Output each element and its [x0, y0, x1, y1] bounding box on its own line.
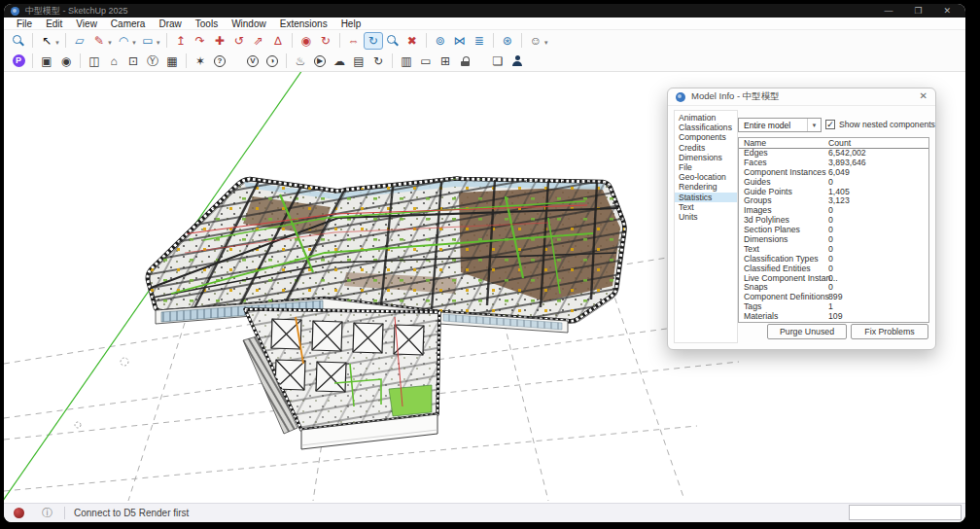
- toolbar-separator: [339, 33, 340, 48]
- position-camera-icon[interactable]: ◉: [297, 32, 316, 50]
- extension-gear-icon[interactable]: ⊛: [498, 32, 517, 50]
- component-cube-icon[interactable]: ▦: [162, 53, 182, 70]
- help-icon[interactable]: ?: [210, 53, 229, 70]
- render-refresh-icon[interactable]: ↻: [368, 53, 388, 70]
- toolbar-tools: ↖▼▱✎▼◠▼▭▼↥↷✚↺⇗∆◉↻⇔↻✖⊚⋈≣⊛☺▼: [4, 30, 965, 51]
- enscape-icon[interactable]: Ⓨ: [143, 53, 162, 70]
- toolbar-separator: [286, 53, 287, 68]
- dialog-close-icon[interactable]: ✕: [920, 90, 928, 101]
- menu-extensions[interactable]: Extensions: [273, 18, 334, 30]
- zoom-extents-icon[interactable]: ✖: [402, 32, 422, 50]
- vray-icon[interactable]: V: [243, 53, 262, 70]
- close-button[interactable]: ✕: [932, 4, 962, 18]
- toolbar-separator: [292, 33, 293, 48]
- table-row: Component Definitions899: [739, 293, 928, 302]
- minimize-button[interactable]: —: [873, 4, 903, 18]
- status-bar: ⓘ Connect to D5 Render first: [4, 503, 965, 522]
- panel-render-icon[interactable]: ⊞: [436, 53, 455, 70]
- lock-icon[interactable]: [455, 53, 474, 70]
- info-icon[interactable]: ⓘ: [42, 508, 52, 518]
- video-camera-icon[interactable]: ◫: [85, 53, 104, 70]
- follow-me-icon[interactable]: ↷: [191, 32, 210, 50]
- title-bar: 中型模型 - SketchUp 2025 — ❐ ✕: [4, 4, 965, 18]
- menu-camera[interactable]: Camera: [104, 18, 153, 30]
- zoom-icon[interactable]: [383, 32, 402, 50]
- nav-item-statistics[interactable]: Statistics: [675, 193, 737, 202]
- render-image-icon[interactable]: ▤: [349, 53, 368, 70]
- d5-render-icon[interactable]: P: [9, 53, 28, 70]
- palette-icon[interactable]: ◑: [262, 53, 282, 70]
- badge-icon[interactable]: ✶: [191, 53, 210, 70]
- toolbar-separator: [166, 33, 167, 48]
- camera-icon[interactable]: ⊡: [123, 53, 143, 70]
- geolocation-icon[interactable]: [14, 508, 24, 518]
- chevron-down-icon: ▼: [807, 119, 821, 131]
- sketchup-window: 中型模型 - SketchUp 2025 — ❐ ✕ FileEditViewC…: [4, 4, 965, 522]
- nav-item-credits[interactable]: Credits: [675, 143, 737, 153]
- nav-item-components[interactable]: Components: [675, 132, 737, 142]
- nav-item-file[interactable]: File: [675, 162, 737, 172]
- purge-unused-button[interactable]: Purge Unused: [767, 324, 847, 339]
- account-icon[interactable]: ☺: [526, 32, 545, 50]
- render-animation-icon[interactable]: ▶: [310, 53, 330, 70]
- menu-draw[interactable]: Draw: [152, 18, 188, 30]
- render-teapot-icon[interactable]: ♨: [291, 53, 310, 70]
- person-icon[interactable]: [508, 53, 527, 70]
- eraser-icon[interactable]: ▱: [70, 32, 89, 50]
- scale-icon[interactable]: ⇗: [249, 32, 268, 50]
- section-markers: [75, 358, 128, 428]
- orbit-icon[interactable]: ↻: [364, 32, 383, 50]
- nav-item-units[interactable]: Units: [675, 212, 737, 222]
- measurements-input[interactable]: [849, 505, 962, 520]
- window-render-icon[interactable]: ▭: [416, 53, 436, 70]
- layers-stack-icon[interactable]: ≣: [470, 32, 489, 50]
- nav-item-text[interactable]: Text: [675, 202, 737, 212]
- nav-item-dimensions[interactable]: Dimensions: [675, 153, 737, 162]
- rotate-icon[interactable]: ↺: [229, 32, 249, 50]
- rectangle-icon[interactable]: ▭: [138, 32, 158, 50]
- toolbar-separator: [186, 53, 187, 68]
- scope-dropdown-value: Entire model: [744, 121, 790, 130]
- dialog-title: Model Info - 中型模型: [691, 90, 780, 103]
- fix-problems-button[interactable]: Fix Problems: [851, 324, 928, 339]
- offset-icon[interactable]: ∆: [268, 32, 288, 50]
- nav-item-rendering[interactable]: Rendering: [675, 182, 737, 192]
- status-message: Connect to D5 Render first: [74, 508, 189, 518]
- toolbar-separator: [521, 33, 522, 48]
- component-options-icon[interactable]: ⊚: [431, 32, 450, 50]
- record-icon[interactable]: ◉: [56, 53, 76, 70]
- search-icon[interactable]: [9, 32, 28, 50]
- model-info-dialog: Model Info - 中型模型 ✕ AnimationClassificat…: [667, 88, 936, 350]
- show-nested-checkbox[interactable]: ✓: [825, 120, 835, 129]
- menu-window[interactable]: Window: [225, 18, 273, 30]
- toolbar-separator: [80, 53, 81, 68]
- monitor-render-icon[interactable]: ▥: [397, 53, 416, 70]
- dialog-title-bar[interactable]: Model Info - 中型模型 ✕: [668, 88, 935, 106]
- move-icon[interactable]: ✚: [210, 32, 229, 50]
- menu-tools[interactable]: Tools: [189, 18, 225, 30]
- menu-help[interactable]: Help: [334, 18, 368, 30]
- scope-dropdown[interactable]: Entire model ▼: [738, 118, 822, 132]
- look-around-icon[interactable]: ↻: [316, 32, 335, 50]
- new-file-icon[interactable]: ❏: [488, 53, 508, 70]
- maximize-button[interactable]: ❐: [903, 4, 932, 18]
- toolbar-extensions: P▣◉◫⌂⊡Ⓨ▦✶?V◑♨▶☁▤↻▥▭⊞❏: [4, 51, 965, 72]
- dome-icon[interactable]: ⌂: [104, 53, 123, 70]
- cube-tool-icon[interactable]: ▣: [37, 53, 56, 70]
- arc-icon[interactable]: ◠: [114, 32, 133, 50]
- render-cloud-icon[interactable]: ☁: [330, 53, 349, 70]
- menu-file[interactable]: File: [10, 18, 39, 30]
- menu-bar: FileEditViewCameraDrawToolsWindowExtensi…: [4, 18, 965, 30]
- nav-item-geo-location[interactable]: Geo-location: [675, 172, 737, 182]
- menu-edit[interactable]: Edit: [39, 18, 69, 30]
- pencil-icon[interactable]: ✎: [89, 32, 109, 50]
- show-nested-label: Show nested components: [839, 120, 935, 129]
- menu-view[interactable]: View: [69, 18, 104, 30]
- tower-wing: [242, 305, 446, 449]
- component-exchange-icon[interactable]: ⋈: [450, 32, 470, 50]
- nav-item-classifications[interactable]: Classifications: [675, 123, 737, 132]
- nav-item-animation[interactable]: Animation: [675, 113, 737, 123]
- select-icon[interactable]: ↖: [37, 32, 56, 50]
- push-pull-icon[interactable]: ↥: [171, 32, 191, 50]
- pan-icon[interactable]: ⇔: [344, 32, 364, 50]
